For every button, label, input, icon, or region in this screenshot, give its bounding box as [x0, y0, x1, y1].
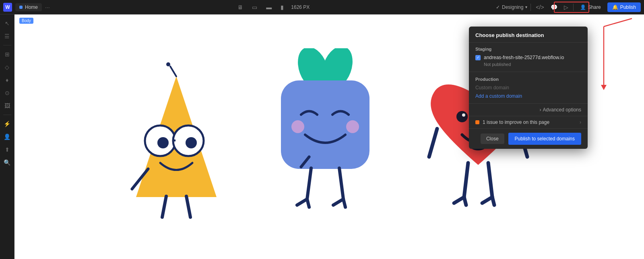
svg-point-10: [166, 62, 170, 66]
mode-chevron-icon: ▾: [525, 5, 527, 9]
production-label: Production: [475, 77, 581, 82]
advanced-chevron-icon: ›: [540, 107, 541, 113]
designing-mode[interactable]: ✓ Designing ▾: [496, 4, 527, 10]
svg-line-9: [170, 66, 176, 76]
sidebar-sep-2: [3, 115, 11, 115]
top-bar: W Home ··· 🖥 ▭ ▬ ▮ 1626 PX ✓ Designing ▾…: [0, 0, 644, 14]
svg-line-22: [343, 199, 345, 207]
issue-text: 1 issue to improve on this page: [483, 119, 549, 125]
staging-status: Not published: [484, 62, 581, 67]
svg-line-7: [162, 196, 166, 217]
svg-line-17: [307, 168, 311, 199]
staging-checkbox-row: ✓ andreas-fresh-site-25277d.webflow.io: [475, 55, 581, 60]
divider-2: [573, 4, 574, 11]
staging-section: Staging ✓ andreas-fresh-site-25277d.webf…: [469, 43, 588, 71]
svg-point-15: [346, 120, 359, 133]
publish-panel: Choose publish destination Staging ✓ and…: [469, 27, 588, 149]
topbar-right: ✓ Designing ▾ </> 💬 ▷ 👤 Share 🔔 Publish: [496, 2, 641, 12]
svg-line-18: [297, 199, 307, 205]
advanced-options-label: Advanced options: [543, 107, 581, 113]
svg-point-5: [186, 137, 197, 148]
sidebar-pages-icon[interactable]: ⊞: [2, 49, 13, 60]
topbar-left: W Home ···: [3, 3, 50, 12]
webflow-logo: W: [3, 3, 12, 12]
add-domain-link[interactable]: Add a custom domain: [475, 93, 522, 99]
svg-line-33: [464, 197, 466, 205]
desktop-icon[interactable]: 🖥: [236, 2, 245, 12]
publish-panel-header: Choose publish destination: [469, 27, 588, 43]
staging-domain: andreas-fresh-site-25277d.webflow.io: [484, 55, 564, 60]
svg-line-21: [333, 199, 343, 205]
home-tab[interactable]: Home: [15, 3, 42, 11]
custom-domain-label: Custom domain: [475, 85, 581, 90]
production-section: Production Custom domain Add a custom do…: [469, 73, 588, 103]
check-icon: ✓: [496, 4, 500, 10]
divider-staging-prod: [469, 72, 588, 72]
svg-point-23: [456, 111, 468, 122]
svg-line-20: [339, 168, 343, 199]
share-label: Share: [588, 4, 601, 10]
issue-chevron-icon: ›: [580, 119, 581, 125]
left-sidebar: ↖ ☰ ⊞ ◇ ♦ ⊙ 🖼 ⚡ 👤 ⬆ 🔍: [0, 14, 14, 259]
dimension-label: 1626 PX: [291, 4, 310, 10]
code-icon[interactable]: </>: [534, 2, 545, 12]
publish-footer: Close Publish to selected domains: [469, 128, 588, 149]
main-layout: ↖ ☰ ⊞ ◇ ♦ ⊙ 🖼 ⚡ 👤 ⬆ 🔍 Body: [0, 14, 644, 259]
svg-line-31: [488, 163, 492, 197]
issue-bar[interactable]: 1 issue to improve on this page ›: [469, 116, 588, 128]
comment-icon[interactable]: 💬: [549, 2, 559, 12]
publish-domains-button[interactable]: Publish to selected domains: [508, 133, 581, 145]
svg-line-3: [173, 140, 175, 141]
svg-line-30: [464, 163, 468, 197]
preview-icon[interactable]: ▷: [562, 2, 570, 12]
sidebar-publish-icon[interactable]: ⬆: [2, 144, 13, 155]
issue-dot-icon: [475, 120, 479, 124]
bell-icon: 🔔: [612, 4, 618, 10]
svg-point-14: [291, 120, 304, 133]
sidebar-interactions-icon[interactable]: ⚡: [2, 118, 13, 130]
publish-label: Publish: [620, 4, 636, 10]
sidebar-seo-icon[interactable]: 🔍: [2, 157, 13, 168]
divider-1: [530, 4, 531, 11]
canvas-area: Body: [14, 14, 644, 259]
publish-button[interactable]: 🔔 Publish: [607, 2, 641, 12]
issue-left: 1 issue to improve on this page: [475, 119, 549, 125]
topbar-center: 🖥 ▭ ▬ ▮ 1626 PX: [236, 2, 310, 12]
close-button[interactable]: Close: [481, 134, 504, 144]
sidebar-assets-icon[interactable]: 🖼: [2, 100, 13, 111]
svg-point-25: [462, 113, 465, 117]
publish-panel-title: Choose publish destination: [475, 32, 544, 38]
more-options-icon[interactable]: ···: [45, 4, 50, 10]
svg-line-19: [307, 199, 309, 207]
svg-line-28: [429, 129, 437, 157]
share-icon: 👤: [580, 4, 586, 10]
svg-point-4: [157, 137, 169, 148]
svg-line-35: [492, 197, 494, 205]
share-button[interactable]: 👤 Share: [577, 3, 604, 12]
sidebar-layers-icon[interactable]: ☰: [2, 31, 13, 42]
body-label: Body: [19, 18, 33, 24]
sidebar-ecommerce-icon[interactable]: ♦: [2, 74, 13, 86]
advanced-options-row[interactable]: › Advanced options: [469, 103, 588, 116]
tab-dot: [19, 6, 23, 9]
tablet-icon[interactable]: ▭: [250, 2, 259, 12]
staging-label: Staging: [475, 47, 581, 51]
home-tab-label: Home: [25, 4, 38, 10]
mobile-landscape-icon[interactable]: ▬: [264, 2, 273, 12]
checkbox-check-icon: ✓: [477, 56, 480, 60]
mode-label: Designing: [502, 4, 523, 10]
sidebar-cursor-icon[interactable]: ↖: [2, 18, 13, 29]
mobile-portrait-icon[interactable]: ▮: [279, 2, 285, 12]
staging-checkbox[interactable]: ✓: [475, 55, 481, 60]
apple-character: [269, 48, 382, 225]
svg-line-8: [186, 196, 190, 217]
pear-character: [124, 52, 229, 221]
sidebar-sep-1: [3, 45, 11, 45]
sidebar-cms-icon[interactable]: ◇: [2, 62, 13, 73]
sidebar-members-icon[interactable]: 👤: [2, 131, 13, 142]
sidebar-components-icon[interactable]: ⊙: [2, 87, 13, 99]
